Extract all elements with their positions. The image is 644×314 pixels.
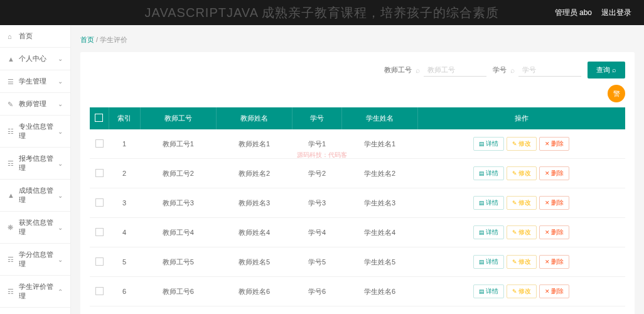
menu-icon: ▲ [8,192,15,199]
row-checkbox[interactable] [95,198,104,207]
chevron-icon: ⌄ [58,128,63,135]
col-header-3: 教师姓名 [216,107,292,129]
menu-icon: ☶ [8,160,15,167]
warn-button[interactable]: 警 [608,85,625,102]
col-header-0 [90,107,109,129]
breadcrumb-current: 学生评价 [100,36,127,43]
table-row: 1教师工号1教师姓名1学号1学生姓名1▤详情✎修改✕删除 [90,129,625,159]
table-row: 2教师工号2教师姓名2学号2学生姓名2▤详情✎修改✕删除 [90,159,625,188]
data-table: 索引教师工号教师姓名学号学生姓名操作 1教师工号1教师姓名1学号1学生姓名1▤详… [90,107,625,314]
detail-button[interactable]: ▤详情 [473,225,504,239]
menu-icon: ☷ [8,127,15,135]
row-checkbox[interactable] [95,287,104,295]
chevron-icon: ⌃ [58,288,63,295]
delete-button[interactable]: ✕删除 [539,255,569,269]
sidebar-item-8[interactable]: ☶学分信息管理⌄ [0,244,70,276]
row-checkbox[interactable] [95,257,104,266]
chevron-icon: ⌄ [58,100,63,107]
logout-link[interactable]: 退出登录 [601,8,631,18]
col-header-2: 教师工号 [140,107,216,129]
sidebar: ⌂首页▲个人中心⌄☰学生管理⌄✎教师管理⌄☷专业信息管理⌄☶报考信息管理⌄▲成绩… [0,25,71,314]
edit-button[interactable]: ✎修改 [507,137,537,151]
menu-icon: ▲ [8,55,15,63]
breadcrumb: 首页 / 学生评价 [80,31,635,52]
sidebar-item-2[interactable]: ☰学生管理⌄ [0,70,70,93]
menu-icon: ❋ [8,224,15,231]
row-checkbox[interactable] [95,169,104,177]
select-all-checkbox[interactable] [95,114,103,122]
detail-button[interactable]: ▤详情 [473,166,504,180]
teacher-id-input[interactable] [424,63,486,77]
sidebar-item-7[interactable]: ❋获奖信息管理⌄ [0,212,70,244]
edit-button[interactable]: ✎修改 [507,166,537,180]
chevron-icon: ⌄ [58,160,63,167]
sidebar-item-1[interactable]: ▲个人中心⌄ [0,48,70,70]
search-button[interactable]: 查询 ⌕ [588,62,625,78]
sidebar-item-4[interactable]: ☷专业信息管理⌄ [0,116,70,148]
detail-button[interactable]: ▤详情 [473,284,504,298]
edit-button[interactable]: ✎修改 [507,255,537,269]
delete-button[interactable]: ✕删除 [539,196,569,210]
submenu-student-eval[interactable]: 学生评价 [0,308,70,314]
col-header-1: 索引 [109,107,140,129]
table-row: 3教师工号3教师姓名3学号3学生姓名3▤详情✎修改✕删除 [90,188,625,218]
overlay-title: JAVASCRIPTJAVA 成熟亲子教育课程，培养孩子的综合素质 [0,0,644,25]
search-icon: ⌕ [510,66,515,75]
table-row: 6教师工号6教师姓名6学号6学生姓名6▤详情✎修改✕删除 [90,277,625,306]
chevron-icon: ⌄ [58,256,63,263]
row-checkbox[interactable] [95,139,104,148]
topbar: JAVASCRIPTJAVA 成熟亲子教育课程，培养孩子的综合素质 管理员 ab… [0,0,644,25]
row-checkbox[interactable] [95,228,104,236]
admin-label[interactable]: 管理员 abo [555,8,592,18]
detail-button[interactable]: ▤详情 [473,196,504,210]
edit-button[interactable]: ✎修改 [507,225,537,239]
table-row: 5教师工号5教师姓名5学号5学生姓名5▤详情✎修改✕删除 [90,247,625,277]
menu-icon: ☰ [8,78,15,85]
sidebar-item-0[interactable]: ⌂首页 [0,25,70,48]
student-id-label: 学号 [493,65,507,75]
edit-button[interactable]: ✎修改 [507,284,537,298]
chevron-icon: ⌄ [58,192,63,199]
delete-button[interactable]: ✕删除 [539,137,569,151]
sidebar-item-5[interactable]: ☶报考信息管理⌄ [0,148,70,180]
menu-icon: ⌂ [8,33,15,40]
chevron-icon: ⌄ [58,224,63,231]
col-header-4: 学号 [292,107,341,129]
filter-row: 教师工号 ⌕ 学号 ⌕ 查询 ⌕ [90,62,625,78]
chevron-icon: ⌄ [58,55,63,62]
menu-icon: ☶ [8,288,15,295]
table-row: 72阿四1阿三▤详情✎修改✕删除 [90,306,625,315]
col-header-6: 操作 [418,107,625,129]
detail-button[interactable]: ▤详情 [473,137,504,151]
col-header-5: 学生姓名 [341,107,417,129]
menu-icon: ✎ [8,100,15,108]
delete-button[interactable]: ✕删除 [539,166,569,180]
detail-button[interactable]: ▤详情 [473,255,504,269]
main-content: 首页 / 学生评价 教师工号 ⌕ 学号 ⌕ 查询 ⌕ 警 索引教师工号 [71,25,644,314]
chevron-icon: ⌄ [58,78,63,85]
sidebar-item-3[interactable]: ✎教师管理⌄ [0,93,70,116]
breadcrumb-home[interactable]: 首页 [80,36,94,43]
table-row: 4教师工号4教师姓名4学号4学生姓名4▤详情✎修改✕删除 [90,218,625,247]
student-id-input[interactable] [518,63,581,77]
delete-button[interactable]: ✕删除 [539,284,569,298]
search-icon: ⌕ [416,66,420,75]
edit-button[interactable]: ✎修改 [507,196,537,210]
teacher-id-label: 教师工号 [384,65,412,75]
sidebar-item-6[interactable]: ▲成绩信息管理⌄ [0,180,70,212]
sidebar-item-9[interactable]: ☶学生评价管理⌃ [0,276,70,308]
delete-button[interactable]: ✕删除 [539,225,569,239]
menu-icon: ☶ [8,256,15,263]
